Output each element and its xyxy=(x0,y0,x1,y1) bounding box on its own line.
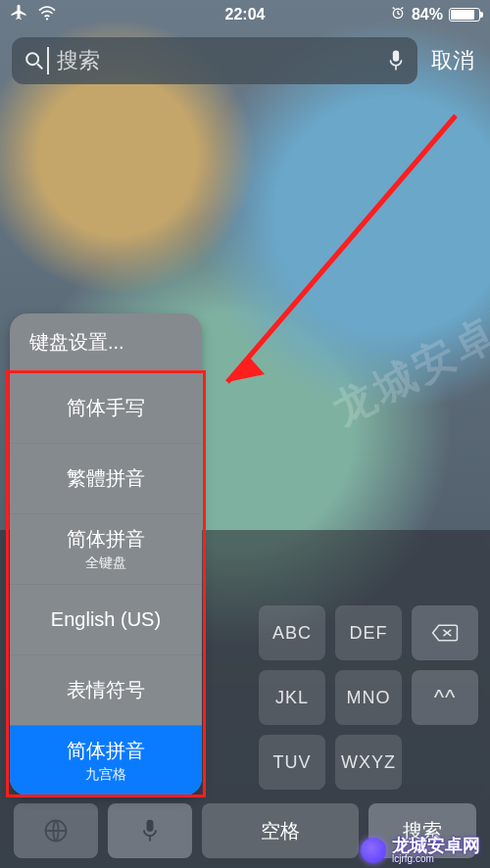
keyboard-search-button[interactable]: 搜索 xyxy=(368,803,476,858)
keyboard-option-handwriting[interactable]: 简体手写 xyxy=(10,372,202,443)
option-label: 简体拼音 xyxy=(67,738,145,764)
keyboard-option-simplified-pinyin-ninegrid[interactable]: 简体拼音 九宫格 xyxy=(10,725,202,796)
cancel-button[interactable]: 取消 xyxy=(427,46,478,75)
search-field[interactable] xyxy=(12,37,417,84)
key-jkl[interactable]: JKL xyxy=(259,670,325,725)
watermark-diagonal: 龙城安卓网 xyxy=(323,283,490,437)
globe-button[interactable] xyxy=(14,803,98,858)
keyboard-settings-item[interactable]: 键盘设置... xyxy=(10,313,202,372)
key-def[interactable]: DEF xyxy=(335,605,402,660)
battery-icon xyxy=(449,8,480,22)
key-tuv[interactable]: TUV xyxy=(259,735,325,790)
keyboard-option-english-us[interactable]: English (US) xyxy=(10,584,202,654)
option-label: 简体手写 xyxy=(67,395,145,421)
option-label: 繁體拼音 xyxy=(67,465,145,492)
keyboard-option-emoji[interactable]: 表情符号 xyxy=(10,654,202,725)
svg-rect-9 xyxy=(147,820,154,832)
status-time: 22:04 xyxy=(0,6,490,24)
key-wxyz[interactable]: WXYZ xyxy=(335,735,402,790)
keyboard-keys: ABC DEF JKL MNO ^^ TUV WXYZ xyxy=(182,605,476,790)
key-abc[interactable]: ABC xyxy=(259,605,325,660)
annotation-arrow xyxy=(206,108,470,402)
space-button[interactable]: 空格 xyxy=(202,803,359,858)
svg-line-11 xyxy=(227,116,456,382)
keyboard-bottom-row: 空格 搜索 xyxy=(0,801,490,860)
status-bar: 22:04 84% xyxy=(0,0,490,27)
svg-marker-12 xyxy=(227,357,265,382)
keyboard-option-traditional-pinyin[interactable]: 繁體拼音 xyxy=(10,443,202,513)
svg-point-2 xyxy=(26,53,38,65)
option-sublabel: 九宫格 xyxy=(85,766,126,784)
option-label: 简体拼音 xyxy=(67,526,145,553)
option-label: English (US) xyxy=(51,608,161,631)
key-backspace[interactable] xyxy=(412,605,478,660)
keyboard-switcher-popup: 键盘设置... 简体手写 繁體拼音 简体拼音 全键盘 English (US) … xyxy=(10,313,202,796)
dictation-button[interactable] xyxy=(108,803,192,858)
search-row: 取消 xyxy=(0,27,490,92)
option-sublabel: 全键盘 xyxy=(85,555,126,572)
search-input[interactable] xyxy=(49,48,417,73)
search-icon xyxy=(24,50,45,72)
screen: 22:04 84% 取消 ABC DEF xyxy=(0,0,490,868)
keyboard-option-simplified-pinyin-full[interactable]: 简体拼音 全键盘 xyxy=(10,513,202,584)
key-tone[interactable]: ^^ xyxy=(412,670,478,725)
key-mno[interactable]: MNO xyxy=(335,670,402,725)
svg-rect-4 xyxy=(393,51,399,62)
svg-line-3 xyxy=(37,64,42,69)
mic-icon[interactable] xyxy=(386,49,406,72)
option-label: 表情符号 xyxy=(67,677,145,703)
